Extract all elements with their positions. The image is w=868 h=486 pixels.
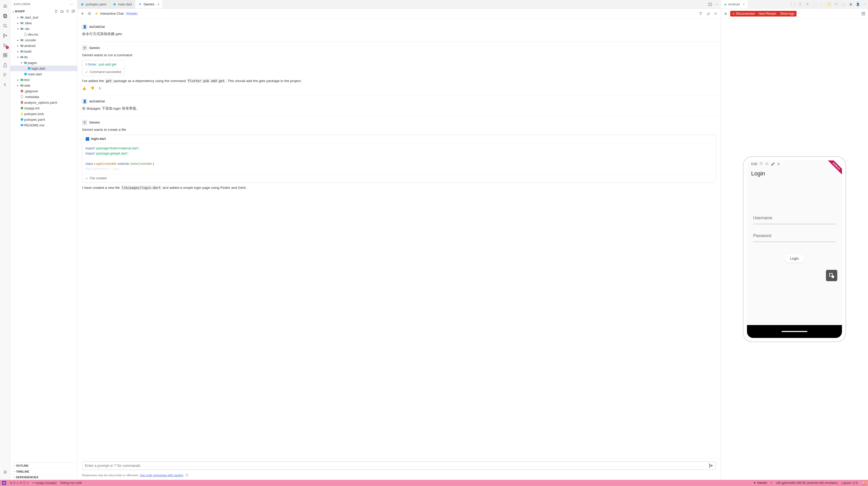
chat-settings-icon[interactable] — [714, 11, 718, 15]
preview-mini-1-icon[interactable]: ⋮⋮ — [790, 2, 796, 7]
collapse-all-icon[interactable] — [71, 9, 75, 13]
new-chat-icon[interactable] — [81, 11, 84, 15]
tree-item[interactable]: ▸web — [10, 83, 77, 88]
history-icon[interactable] — [88, 11, 91, 15]
remote-indicator[interactable]: ⇋ — [2, 481, 6, 485]
file-tree: ▸.dart_tool▸.idea▾.idxdev.nix▸.vscode▸an… — [10, 14, 77, 462]
outline-section[interactable]: ›OUTLINE — [10, 463, 77, 468]
login-button[interactable]: Login — [784, 254, 805, 263]
tree-item[interactable]: ▸build — [10, 48, 77, 54]
shield-icon: 🛡 — [765, 162, 768, 166]
tree-item[interactable]: dev.nix — [10, 31, 77, 37]
eraser-icon[interactable] — [706, 11, 710, 15]
preview-tab-android[interactable]: ▰ Android × — [721, 0, 748, 8]
device-indicator[interactable]: sdk gphone64 x86 64 (android-x64 emulato… — [776, 481, 838, 485]
username-field[interactable]: Username — [753, 216, 836, 224]
delete-chat-icon[interactable] — [699, 11, 703, 15]
regenerate-icon[interactable]: ↻ — [99, 87, 101, 90]
thumbs-down-icon[interactable]: 👎 — [90, 87, 94, 90]
password-field[interactable]: Password — [753, 233, 836, 242]
svg-rect-16 — [21, 114, 23, 115]
shield-outline-icon: ⛉ — [760, 162, 763, 166]
menu-icon[interactable] — [1, 2, 9, 10]
tree-item[interactable]: ▸.vscode — [10, 37, 77, 43]
open-external-icon[interactable] — [861, 11, 865, 16]
chat-input-field[interactable] — [85, 463, 707, 468]
debug-indicator[interactable]: Debug my code — [60, 481, 82, 485]
run-debug-icon[interactable]: 1 — [1, 41, 9, 50]
source-control-icon[interactable] — [1, 31, 9, 40]
editor-tab[interactable]: main.dart — [110, 0, 135, 8]
tree-item[interactable]: login.dart — [10, 66, 77, 71]
target-indicator[interactable]: ⌖ — [771, 481, 772, 485]
svg-rect-6 — [3, 54, 5, 55]
tree-item[interactable]: ▾.idx — [10, 26, 77, 31]
svg-rect-15 — [21, 107, 23, 109]
tree-item[interactable]: pubspec.lock — [10, 111, 77, 117]
project-indicator[interactable]: ⌖ myapp (myapp) — [32, 481, 57, 485]
preview-reload-icon[interactable]: ↻ — [834, 2, 839, 7]
bolt-icon: ⚡ — [94, 11, 99, 15]
explorer-more-icon[interactable]: ⋯ — [69, 2, 74, 7]
connection-status[interactable]: ⤫ Disconnected Hard Restart Show logs — [730, 11, 797, 17]
home-bar — [747, 325, 842, 338]
activity-misc-icon[interactable] — [1, 71, 9, 79]
info-icon[interactable]: ⓘ — [185, 474, 188, 477]
preview-up-icon[interactable]: ↑ — [819, 2, 825, 7]
dependencies-section[interactable]: ›DEPENDENCIES — [10, 474, 77, 480]
tree-item[interactable]: ▸android — [10, 43, 77, 48]
preview-inspect-icon[interactable]: ▣ — [848, 2, 853, 7]
new-file-icon[interactable] — [55, 9, 58, 13]
explorer-icon[interactable] — [1, 12, 9, 20]
tree-item[interactable]: README.md — [10, 122, 77, 128]
tree-item[interactable]: ▸test — [10, 77, 77, 83]
preview-lightning-icon[interactable]: ⚡ — [827, 2, 832, 7]
tree-item[interactable]: ▸.idea — [10, 20, 77, 26]
activity-collapse-icon[interactable] — [1, 80, 9, 89]
editor-tab[interactable]: pubspec.yaml — [78, 0, 110, 8]
layout-indicator[interactable]: Layout: U.S. — [841, 481, 859, 485]
problems-indicator[interactable]: ⊘0 ⚠0 ⓘ1 — [10, 481, 29, 485]
preview-avatar-icon[interactable]: 👤 — [855, 2, 861, 7]
search-icon[interactable] — [1, 22, 9, 30]
tree-item[interactable]: ▾pages — [10, 60, 77, 66]
svg-point-4 — [3, 36, 4, 37]
tree-item[interactable]: ▸.dart_tool — [10, 14, 77, 20]
svg-point-20 — [114, 3, 116, 5]
caution-link[interactable]: Use code responses with caution — [140, 474, 183, 477]
tree-item[interactable]: ▾lib — [10, 54, 77, 60]
notifications-icon[interactable]: 🔔 — [862, 481, 866, 485]
svg-point-19 — [81, 3, 84, 5]
preview-down-icon[interactable]: ↓ — [812, 2, 817, 7]
new-folder-icon[interactable] — [60, 9, 64, 13]
preview-stop-icon[interactable]: □ — [841, 2, 846, 7]
timeline-section[interactable]: ›TIMELINE — [10, 468, 77, 474]
tree-item[interactable]: .metadata — [10, 94, 77, 100]
svg-rect-18 — [21, 124, 24, 126]
editor-more-icon[interactable]: ⋯ — [715, 2, 718, 6]
project-header[interactable]: ⌄ MYAPP — [10, 8, 77, 14]
preview-refresh-icon[interactable]: ⟳ — [805, 2, 810, 7]
tree-item[interactable]: pubspec.yaml — [10, 117, 77, 122]
expand-preview-icon[interactable] — [826, 270, 837, 281]
tree-item[interactable]: main.dart — [10, 71, 77, 77]
close-icon[interactable]: × — [743, 2, 745, 6]
editor-tab[interactable]: Gemini× — [135, 0, 162, 8]
gemini-indicator[interactable]: ✦ Gemini — [753, 481, 767, 485]
preview-pause-icon[interactable]: ∥ — [798, 2, 803, 7]
preview-more-icon[interactable]: ⋯ — [863, 2, 866, 6]
device-select-icon[interactable] — [723, 11, 727, 16]
tree-item[interactable]: analysis_options.yaml — [10, 100, 77, 105]
thumbs-up-icon[interactable]: 👍 — [82, 87, 86, 90]
chat-input[interactable] — [82, 461, 716, 470]
tree-item[interactable]: .gitignore — [10, 88, 77, 94]
settings-gear-icon[interactable] — [1, 468, 9, 476]
close-icon[interactable]: × — [157, 2, 159, 6]
chat-mode-label: Interactive Chat — [100, 11, 124, 15]
refresh-icon[interactable] — [66, 9, 69, 13]
split-editor-icon[interactable] — [708, 2, 712, 6]
tree-item[interactable]: myapp.iml — [10, 105, 77, 111]
testing-icon[interactable] — [1, 61, 9, 69]
send-icon[interactable] — [709, 463, 713, 468]
extensions-icon[interactable] — [1, 51, 9, 59]
